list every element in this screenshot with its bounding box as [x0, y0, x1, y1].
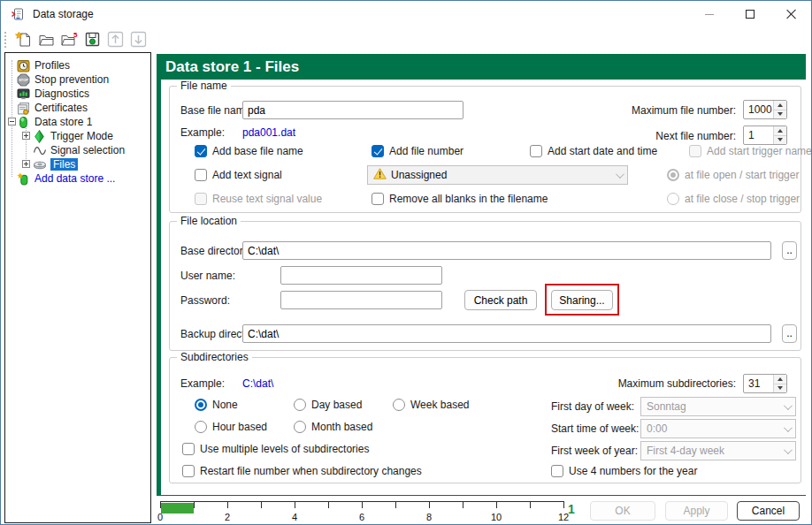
max-subdirectories-label: Maximum subdirectories: [618, 377, 736, 390]
checkbox-label: Add text signal [212, 169, 282, 181]
checkbox-icon [689, 145, 701, 157]
move-up-button [104, 29, 126, 50]
minimize-icon [705, 14, 714, 15]
tree-item-diagnostics[interactable]: Diagnostics [16, 87, 89, 101]
checkbox-add-text-signal[interactable]: Add text signal [195, 169, 282, 181]
browse-base-directory-button[interactable]: .. [782, 241, 797, 260]
check-path-button[interactable]: Check path [464, 290, 537, 310]
spin-up-button[interactable] [774, 101, 786, 110]
user-name-label: User name: [180, 270, 235, 282]
checkbox-label: Add file number [389, 145, 463, 157]
next-file-number-value[interactable]: 1 [744, 126, 773, 144]
expand-toggle-trigger-mode[interactable] [22, 132, 30, 140]
panel-accent-stripe [157, 54, 161, 496]
move-up-icon [107, 31, 124, 48]
tree-item-label: Add data store ... [34, 172, 115, 185]
app-icon [11, 7, 25, 21]
user-name-input[interactable] [280, 266, 442, 285]
cancel-button[interactable]: Cancel [737, 501, 800, 521]
max-file-number-stepper: 1000 [743, 100, 787, 119]
checkbox-restart-file-number[interactable]: Restart file number when subdirectory ch… [182, 465, 422, 477]
close-icon [785, 9, 796, 19]
ruler-tick-label: 2 [225, 512, 230, 522]
save-configuration-button[interactable] [81, 29, 103, 50]
tree-item-certificates[interactable]: Certificates [16, 101, 88, 115]
checkbox-label: Use 4 numbers for the year [569, 465, 697, 477]
open-configuration-button[interactable] [35, 29, 57, 50]
checkbox-icon [182, 443, 195, 455]
checkbox-add-file-number[interactable]: Add file number [372, 145, 463, 157]
radio-hour-based[interactable]: Hour based [195, 421, 267, 433]
first-week-of-year-value: First 4-day week [647, 445, 724, 457]
spin-up-button[interactable] [774, 375, 786, 384]
tree-item-stop-prevention[interactable]: STOP Stop prevention [16, 72, 109, 87]
radio-none[interactable]: None [195, 399, 238, 411]
ruler-tick-label: 8 [426, 512, 432, 522]
radio-at-file-open: at file open / start trigger [667, 169, 799, 181]
spin-up-button[interactable] [774, 126, 786, 135]
spin-down-button[interactable] [774, 110, 786, 119]
tree-item-label: Certificates [34, 102, 88, 114]
subdirectories-legend: Subdirectories [177, 351, 252, 363]
close-button[interactable] [770, 1, 811, 27]
minimize-button[interactable] [689, 1, 730, 27]
tree-item-label: Stop prevention [34, 73, 109, 86]
radio-icon [195, 421, 207, 433]
ok-button: OK [590, 501, 655, 521]
radio-label: at file close / stop trigger [685, 193, 800, 205]
next-file-number-stepper: 1 [743, 126, 787, 145]
diagnostics-icon [16, 88, 31, 101]
example-filename: pda001.dat [242, 126, 295, 139]
backup-directory-input[interactable] [242, 324, 771, 343]
password-input[interactable] [280, 291, 442, 309]
radio-week-based[interactable]: Week based [393, 399, 470, 411]
maximize-button[interactable] [730, 1, 770, 27]
tree-item-data-store-1[interactable]: Data store 1 [16, 115, 92, 129]
open-configuration-icon [38, 31, 55, 48]
base-directory-input[interactable] [242, 241, 771, 260]
start-time-of-week-label: Start time of week: [551, 422, 639, 435]
tree-item-trigger-mode[interactable]: Trigger Mode [32, 129, 113, 143]
checkbox-remove-all-blanks[interactable]: Remove all blanks in the filename [372, 193, 548, 205]
checkbox-label: Restart file number when subdirectory ch… [200, 465, 422, 477]
radio-icon [667, 193, 679, 205]
radio-label: at file open / start trigger [685, 169, 799, 181]
tree-item-profiles[interactable]: Profiles [16, 58, 70, 72]
browse-backup-directory-button[interactable]: .. [782, 324, 797, 343]
checkbox-label: Add base file name [212, 145, 303, 157]
tree-item-files[interactable]: Files [32, 157, 78, 171]
add-data-store-icon [16, 172, 31, 186]
checkbox-use-4-numbers[interactable]: Use 4 numbers for the year [551, 465, 697, 477]
chevron-down-icon [616, 170, 624, 179]
radio-day-based[interactable]: Day based [294, 399, 362, 411]
first-week-of-year-label: First week of year: [551, 445, 638, 457]
spin-down-button[interactable] [774, 384, 786, 393]
new-configuration-button[interactable] [12, 29, 34, 50]
chevron-down-icon [784, 401, 793, 410]
checkbox-use-multiple-levels[interactable]: Use multiple levels of subdirectories [182, 443, 369, 455]
spin-down-button[interactable] [774, 135, 786, 145]
checkbox-add-base-file-name[interactable]: Add base file name [195, 145, 303, 157]
tree-item-signal-selection[interactable]: Signal selection [32, 143, 125, 157]
red-highlight-annotation [545, 284, 619, 316]
start-time-of-week-dropdown: 0:00 [640, 419, 796, 438]
ruler-tick-label: 4 [292, 512, 297, 522]
tree-item-add-data-store[interactable]: Add data store ... [16, 171, 115, 186]
base-directory-label: Base directory: [180, 245, 251, 257]
radio-month-based[interactable]: Month based [294, 421, 372, 433]
collapse-toggle-data-store[interactable] [8, 118, 16, 126]
recent-count-badge: 5 [73, 31, 78, 39]
base-file-name-input[interactable] [242, 101, 463, 119]
current-file-number: 1 [568, 502, 575, 516]
expand-toggle-files[interactable] [22, 160, 30, 168]
navigation-tree: Profiles STOP Stop prevention Diagnostic… [4, 52, 151, 523]
data-store-icon [16, 116, 31, 129]
checkbox-icon [195, 145, 207, 157]
checkbox-icon [195, 169, 207, 181]
radio-icon [294, 399, 306, 411]
files-icon [32, 158, 47, 171]
max-subdirectories-value[interactable]: 31 [744, 375, 773, 392]
checkbox-add-start-date-and-time[interactable]: Add start date and time [530, 145, 657, 157]
max-file-number-value[interactable]: 1000 [744, 101, 773, 118]
open-recent-configuration-button[interactable]: 5 [58, 29, 80, 50]
